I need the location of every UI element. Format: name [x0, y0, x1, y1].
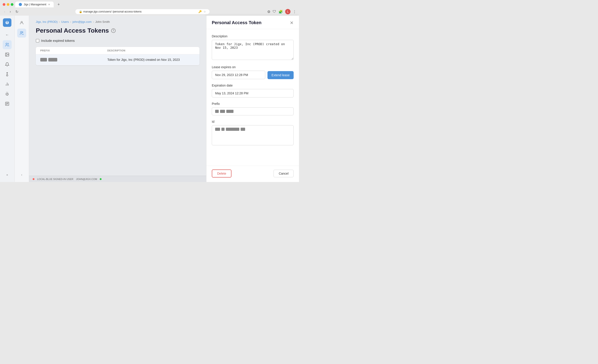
- icon-sidebar: ← »: [0, 16, 15, 182]
- traffic-light-red[interactable]: [3, 3, 5, 6]
- lease-row: Extend lease: [212, 71, 294, 79]
- id-display: [212, 125, 294, 145]
- help-icon[interactable]: ?: [111, 28, 116, 33]
- description-label: Description: [212, 34, 294, 38]
- sidebar-item-analytics[interactable]: [3, 80, 12, 89]
- prefix-display: [212, 107, 294, 115]
- id-blocks: [215, 128, 290, 131]
- sidebar-item-expand[interactable]: »: [3, 170, 12, 179]
- prefix-label: Prefix: [212, 102, 294, 106]
- tab-close-btn[interactable]: ✕: [48, 3, 50, 6]
- nav-back-btn[interactable]: ‹: [3, 9, 7, 14]
- prefix-block-1: [215, 110, 219, 113]
- nav-expand-btn[interactable]: ›: [17, 170, 26, 179]
- svg-point-14: [20, 32, 22, 33]
- main-content: Jigx, Inc (PROD) › Users › john@jigx.com…: [29, 16, 206, 182]
- bottom-info: JOHN@JIGX.COM: [76, 178, 97, 181]
- token-block-2: [48, 58, 57, 61]
- table-header: PREFIX DESCRIPTION: [36, 47, 199, 54]
- right-panel: Personal Access Token ✕ Description Leas…: [206, 16, 299, 182]
- expired-tokens-checkbox[interactable]: [36, 39, 39, 42]
- expiration-label: Expiration date: [212, 84, 294, 87]
- cancel-btn[interactable]: Cancel: [274, 170, 294, 177]
- id-label: Id: [212, 120, 294, 124]
- breadcrumb: Jigx, Inc (PROD) › Users › john@jigx.com…: [36, 20, 199, 24]
- sidebar-item-logs[interactable]: [3, 99, 12, 108]
- svg-point-1: [6, 43, 7, 45]
- id-block-1: [215, 128, 220, 131]
- tab-title: Jigx | Management: [24, 3, 46, 6]
- puzzle-icon[interactable]: 🧩: [278, 10, 283, 14]
- new-tab-btn[interactable]: +: [56, 1, 62, 8]
- url-left: manage.jigx.com/users/: [83, 10, 112, 13]
- menu-icon[interactable]: ⋮: [293, 10, 296, 14]
- svg-rect-8: [7, 93, 8, 95]
- id-block-2: [221, 128, 224, 131]
- panel-footer: Delete Cancel: [207, 166, 299, 182]
- bottom-status: LOCAL-BLUE SIGNED-IN USER: [37, 178, 73, 181]
- panel-body: Description Lease expires on Extend leas…: [207, 29, 299, 166]
- expired-tokens-label: Include expired tokens: [41, 39, 75, 42]
- bottom-bar: LOCAL-BLUE SIGNED-IN USER JOHN@JIGX.COM: [29, 176, 206, 182]
- sidebar-item-gallery[interactable]: [3, 50, 12, 59]
- url-right: /personal-access-tokens: [112, 10, 141, 13]
- sidebar-item-users[interactable]: [3, 40, 12, 49]
- app-logo[interactable]: [3, 18, 11, 27]
- key-icon: 🔑: [198, 10, 202, 13]
- svg-point-15: [22, 32, 23, 33]
- tab-favicon: [19, 3, 22, 6]
- prefix-group: Prefix: [212, 102, 294, 115]
- breadcrumb-sep-2: ›: [70, 20, 71, 24]
- col-header-prefix: PREFIX: [40, 49, 107, 52]
- expired-tokens-filter[interactable]: Include expired tokens: [36, 39, 75, 42]
- col-header-description: DESCRIPTION: [107, 49, 195, 52]
- sidebar-item-debug[interactable]: [3, 70, 12, 79]
- id-group: Id: [212, 120, 294, 145]
- token-prefix-cell: [40, 58, 107, 61]
- shield-icon[interactable]: 🛡: [273, 10, 276, 14]
- traffic-light-yellow[interactable]: [7, 3, 9, 6]
- extend-lease-btn[interactable]: Extend lease: [267, 71, 294, 79]
- prefix-block-3: [226, 110, 233, 113]
- breadcrumb-email[interactable]: john@jigx.com: [73, 20, 91, 24]
- breadcrumb-section[interactable]: Users: [61, 20, 69, 24]
- profile-icon[interactable]: L: [285, 9, 291, 14]
- sidebar-item-notifications[interactable]: [3, 60, 12, 69]
- page-title: Personal Access Tokens: [36, 27, 109, 34]
- tokens-table: PREFIX DESCRIPTION Token for Jigx, Inc (…: [36, 47, 199, 65]
- svg-point-4: [7, 75, 8, 76]
- status-dot-red: [33, 178, 34, 180]
- id-block-4: [241, 128, 245, 131]
- token-block-1: [40, 58, 47, 61]
- panel-header: Personal Access Token ✕: [207, 16, 299, 29]
- description-input[interactable]: [212, 40, 294, 60]
- nav-forward-btn[interactable]: ›: [8, 9, 12, 14]
- panel-close-btn[interactable]: ✕: [290, 21, 294, 25]
- breadcrumb-sep-3: ›: [93, 20, 94, 24]
- nav-users[interactable]: [17, 29, 26, 38]
- token-description: Token for Jigx, Inc (PROD) created on No…: [107, 58, 195, 61]
- address-bar[interactable]: 🔒 manage.jigx.com/users/ /personal-acces…: [75, 9, 209, 14]
- table-row[interactable]: Token for Jigx, Inc (PROD) created on No…: [36, 54, 199, 65]
- nav-back-sidebar-btn[interactable]: ←: [3, 30, 12, 39]
- panel-title: Personal Access Token: [212, 20, 261, 25]
- page-title-row: Personal Access Tokens ?: [36, 27, 199, 34]
- browser-tab[interactable]: Jigx | Management ✕: [15, 1, 54, 7]
- left-nav: ›: [15, 16, 29, 182]
- extension-icon[interactable]: ⚙: [267, 10, 270, 14]
- delete-btn[interactable]: Delete: [212, 169, 232, 178]
- traffic-light-green[interactable]: [11, 3, 13, 6]
- lease-input[interactable]: [212, 71, 265, 79]
- breadcrumb-username: John Smith: [95, 20, 110, 24]
- status-dot-green: [100, 178, 101, 180]
- star-icon[interactable]: ☆: [204, 10, 206, 13]
- sidebar-item-bug[interactable]: [3, 90, 12, 98]
- id-block-3: [226, 128, 239, 131]
- description-group: Description: [212, 34, 294, 61]
- breadcrumb-org[interactable]: Jigx, Inc (PROD): [36, 20, 58, 24]
- breadcrumb-sep-1: ›: [59, 20, 60, 24]
- nav-user-profile[interactable]: [17, 18, 26, 27]
- filter-row: Include expired tokens: [36, 39, 199, 42]
- nav-refresh-btn[interactable]: ↻: [14, 9, 20, 14]
- expiration-input[interactable]: [212, 89, 294, 98]
